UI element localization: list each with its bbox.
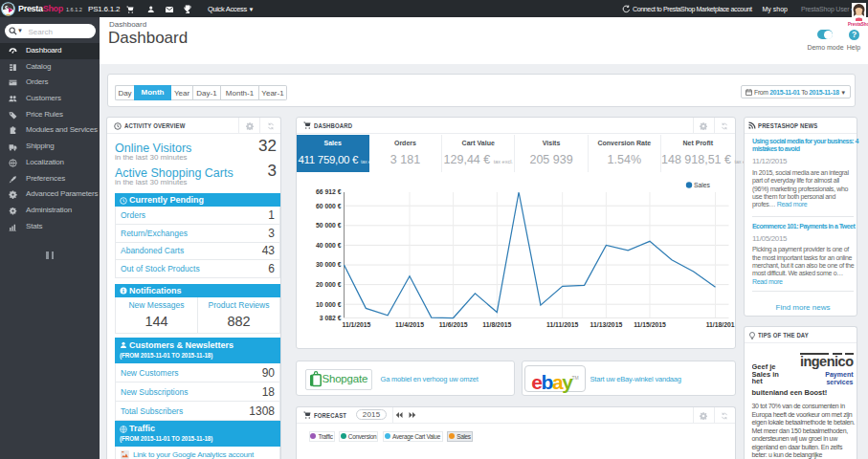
svg-text:11/15/2015: 11/15/2015 [634, 321, 666, 328]
svg-text:30 000 €: 30 000 € [316, 261, 342, 268]
svg-text:40 000 €: 40 000 € [316, 242, 342, 249]
svg-text:11/11/2015: 11/11/2015 [546, 321, 578, 328]
svg-text:11/8/2015: 11/8/2015 [482, 321, 511, 328]
svg-text:60 000 €: 60 000 € [316, 203, 342, 209]
svg-text:11/18/201: 11/18/201 [705, 321, 734, 328]
svg-text:11/6/2015: 11/6/2015 [438, 321, 467, 328]
svg-text:10 000 €: 10 000 € [316, 301, 342, 308]
svg-text:20 000 €: 20 000 € [316, 281, 342, 288]
svg-text:Sales: Sales [694, 182, 711, 188]
svg-text:11/4/2015: 11/4/2015 [395, 321, 424, 328]
svg-text:66 912 €: 66 912 € [316, 188, 342, 195]
svg-text:50 000 €: 50 000 € [316, 222, 342, 229]
svg-text:3 082 €: 3 082 € [319, 315, 341, 321]
svg-text:11/1/2015: 11/1/2015 [342, 321, 370, 328]
svg-text:11/13/2015: 11/13/2015 [590, 321, 622, 328]
